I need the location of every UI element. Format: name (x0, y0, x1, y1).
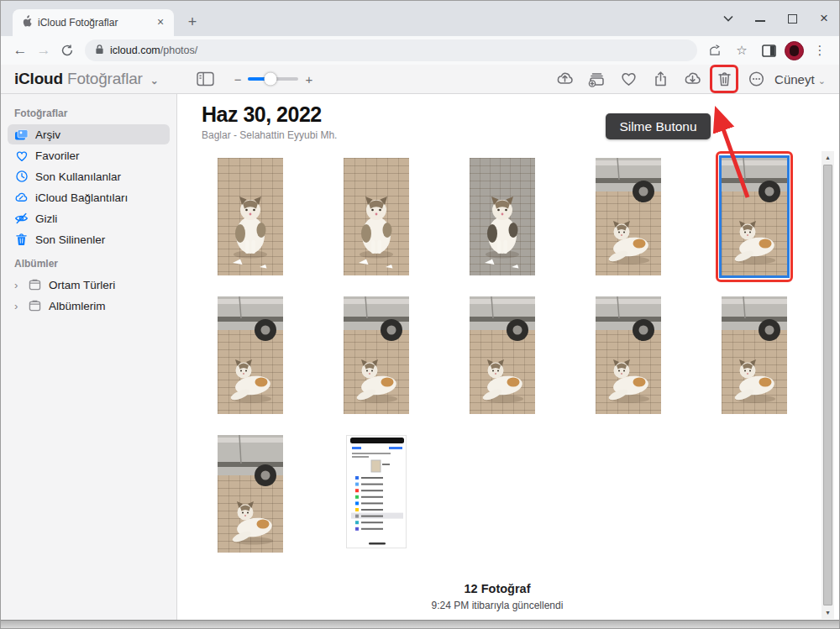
zoom-slider-thumb[interactable] (265, 73, 277, 86)
tab-title: iCloud Fotoğraflar (38, 17, 154, 29)
sidebar-item-label: Gizli (35, 212, 57, 225)
browser-window: iCloud Fotoğraflar × + × ← → icloud.com/… (0, 0, 840, 629)
sidebar-item-icloud-bağlantıları[interactable]: iCloud Bağlantıları (8, 187, 170, 207)
share-page-icon[interactable] (704, 39, 726, 61)
photo-thumbnail[interactable] (218, 158, 283, 275)
window-close-button[interactable]: × (817, 12, 831, 25)
browser-menu-icon[interactable]: ⋮ (809, 39, 831, 61)
sidebar-item-label: Ortam Türleri (49, 279, 115, 291)
photo-thumbnail[interactable] (722, 158, 787, 275)
updated-status: 9:24 PM itibarıyla güncellendi (177, 600, 817, 611)
sidebar-section-title: Albümler (14, 258, 176, 270)
url-text: icloud.com/photos/ (110, 45, 197, 56)
sidebar-section-title: Fotoğraflar (14, 107, 176, 119)
share-icon[interactable] (650, 69, 670, 89)
back-button[interactable]: ← (9, 39, 31, 61)
sidebar-item-albümlerim[interactable]: ›Albümlerim (8, 296, 170, 316)
photo-thumbnail[interactable] (346, 435, 407, 548)
sidebar-item-son-kullanılanlar[interactable]: Son Kullanılanlar (8, 166, 170, 186)
delete-trash-icon[interactable] (714, 69, 734, 89)
more-ellipsis-icon[interactable] (746, 69, 766, 89)
clock-icon (14, 170, 29, 184)
sidebar-item-favoriler[interactable]: Favoriler (8, 145, 170, 165)
scroll-up-icon[interactable]: ▲ (822, 151, 834, 164)
browser-titlebar: iCloud Fotoğraflar × + × (1, 1, 839, 36)
sidebar-item-son-silinenler[interactable]: Son Silinenler (8, 229, 170, 249)
sidebar-item-label: iCloud Bağlantıları (35, 191, 128, 204)
album-box-icon (28, 278, 42, 292)
user-menu[interactable]: Cüneyt ⌄ (774, 72, 826, 86)
date-title: Haz 30, 2022 (202, 102, 839, 127)
zoom-out-label[interactable]: − (234, 72, 242, 86)
profile-avatar[interactable] (785, 41, 804, 60)
photo-thumbnail[interactable] (344, 158, 409, 275)
scrollbar-thumb[interactable] (823, 165, 832, 605)
icloud-toolbar: iCloud Fotoğraflar ⌄ − + Cüneyt ⌄ (1, 65, 839, 94)
sidebar: FotoğraflarArşivFavorilerSon Kullanılanl… (1, 94, 177, 620)
bookmark-star-icon[interactable]: ☆ (731, 39, 753, 61)
new-tab-button[interactable]: + (182, 13, 202, 33)
disclosure-chevron-icon[interactable]: › (14, 300, 21, 312)
download-cloud-icon[interactable] (682, 69, 702, 89)
tab-close-icon[interactable]: × (154, 16, 167, 29)
upload-cloud-icon[interactable] (554, 69, 575, 89)
user-menu-chevron-icon: ⌄ (818, 76, 826, 86)
refresh-button[interactable] (56, 39, 78, 61)
sidebar-item-gizli[interactable]: Gizli (8, 208, 170, 228)
photo-thumbnail[interactable] (218, 296, 283, 414)
annotation-tooltip: Silme Butonu (606, 113, 711, 139)
lock-icon (95, 43, 104, 58)
window-maximize-button[interactable] (785, 12, 799, 25)
hidden-eye-icon (14, 212, 29, 226)
thumbnail-zoom-slider[interactable]: − + (234, 72, 313, 86)
window-bottom-edge (1, 620, 839, 629)
sidebar-item-label: Albümlerim (49, 300, 106, 312)
sidebar-item-ortam-türleri[interactable]: ›Ortam Türleri (8, 275, 170, 295)
photo-thumbnail[interactable] (722, 296, 787, 414)
scroll-down-icon[interactable]: ▼ (822, 606, 834, 619)
album-box-icon (28, 299, 42, 313)
photo-thumbnail[interactable] (596, 158, 661, 275)
zoom-in-label[interactable]: + (305, 72, 312, 86)
browser-tab[interactable]: iCloud Fotoğraflar × (13, 9, 174, 36)
photos-stack-icon (14, 128, 29, 142)
delete-highlight-box (710, 65, 738, 93)
add-to-album-icon[interactable] (586, 69, 606, 89)
sidebar-item-label: Son Silinenler (35, 233, 105, 246)
photo-thumbnail[interactable] (344, 296, 409, 414)
favorite-heart-icon[interactable] (618, 69, 638, 89)
location-subtitle: Baglar - Selahattin Eyyubi Mh. (202, 129, 839, 141)
side-panel-icon[interactable] (758, 39, 780, 61)
window-minimize-button[interactable] (753, 12, 767, 25)
heart-icon (14, 149, 29, 163)
address-bar[interactable]: icloud.com/photos/ (85, 39, 697, 61)
photos-content: Haz 30, 2022 Baglar - Selahattin Eyyubi … (177, 94, 839, 620)
content-scrollbar[interactable]: ▲ ▼ (822, 151, 834, 619)
app-title-chevron-icon: ⌄ (150, 75, 159, 86)
photo-thumbnail[interactable] (470, 158, 535, 275)
sidebar-item-label: Favoriler (35, 149, 80, 162)
photo-count: 12 Fotoğraf (177, 582, 817, 595)
sidebar-item-label: Arşiv (35, 128, 60, 141)
disclosure-chevron-icon[interactable]: › (14, 279, 21, 291)
browser-navbar: ← → icloud.com/photos/ ☆ ⋮ (1, 36, 839, 65)
forward-button[interactable]: → (33, 39, 55, 61)
photo-thumbnail[interactable] (218, 435, 283, 553)
cloud-link-icon (14, 191, 29, 205)
sidebar-toggle-icon[interactable] (196, 69, 216, 89)
sidebar-item-label: Son Kullanılanlar (35, 170, 121, 183)
photo-thumbnail[interactable] (596, 296, 661, 414)
apple-logo-icon (21, 15, 32, 31)
sidebar-item-arşiv[interactable]: Arşiv (8, 124, 170, 144)
photo-thumbnail[interactable] (470, 296, 535, 414)
app-title[interactable]: iCloud Fotoğraflar ⌄ (14, 70, 159, 88)
zoom-slider-track[interactable] (248, 77, 298, 81)
window-chevron-icon[interactable] (722, 12, 735, 25)
trash-icon (14, 233, 29, 247)
